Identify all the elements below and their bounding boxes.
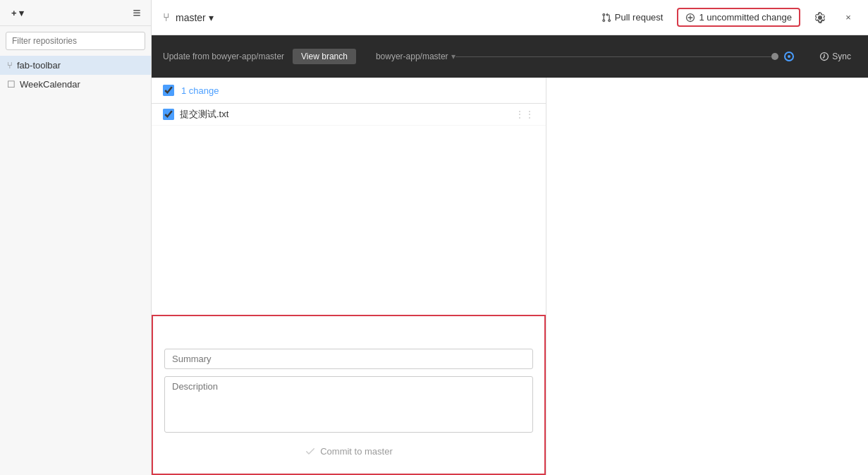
svg-rect-1 (133, 13, 140, 14)
repo-icon: ☐ (7, 79, 16, 90)
repo-item-week-calendar[interactable]: ☐ WeekCalendar (0, 75, 151, 94)
main-content: ⑂ master ▾ Pull request 1 unc (152, 0, 868, 475)
changes-list: 1 change 提交测试.txt ⋮⋮ (152, 78, 546, 475)
sidebar-collapse-button[interactable] (130, 6, 144, 20)
branch-chevron-icon: ▾ (209, 12, 214, 23)
sync-timeline: bowyer-app/master ▾ (365, 52, 805, 61)
sync-dot-right (784, 52, 794, 61)
sync-bar: Update from bowyer-app/master View branc… (152, 35, 868, 78)
repo-item-label: fab-toolbar (17, 60, 61, 71)
branch-from-label: bowyer-app/master (376, 52, 448, 61)
branch-name: master (176, 12, 206, 23)
diff-panel (546, 78, 868, 475)
sync-dot-left (771, 53, 778, 60)
change-item-checkbox[interactable] (163, 109, 174, 120)
repository-list: ⑂ fab-toolbar ☐ WeekCalendar (0, 56, 151, 475)
view-branch-button[interactable]: View branch (293, 49, 356, 64)
commit-button-label: Commit to master (320, 446, 393, 457)
branch-selector[interactable]: master ▾ (176, 12, 214, 23)
changes-header: 1 change (152, 78, 546, 104)
uncommitted-label: 1 uncommitted change (699, 12, 792, 23)
repo-item-label: WeekCalendar (20, 79, 80, 90)
select-all-checkbox[interactable] (163, 85, 174, 96)
changes-panel: 1 change 提交测试.txt ⋮⋮ (152, 78, 868, 475)
sync-button[interactable]: Sync (814, 49, 857, 64)
pull-request-label: Pull request (615, 12, 664, 23)
commit-description-input[interactable] (164, 376, 533, 433)
changes-items-list: 提交测试.txt ⋮⋮ (152, 104, 546, 315)
commit-button[interactable]: Commit to master (164, 440, 533, 462)
header-left: ⑂ master ▾ (163, 11, 214, 24)
commit-panel: Commit to master (152, 315, 546, 475)
branch-path: bowyer-app/master ▾ (376, 52, 456, 61)
sync-label: Sync (832, 52, 851, 61)
sync-line (456, 56, 772, 57)
svg-point-3 (788, 55, 790, 58)
uncommitted-change-button[interactable]: 1 uncommitted change (677, 8, 800, 27)
drag-handle-icon: ⋮⋮ (515, 109, 534, 120)
svg-rect-2 (133, 15, 140, 16)
header-actions: Pull request 1 uncommitted change × (596, 6, 857, 29)
settings-button[interactable] (809, 6, 831, 29)
update-from-text: Update from bowyer-app/master (163, 52, 284, 61)
close-button[interactable]: × (840, 9, 857, 26)
branch-icon: ⑂ (7, 60, 13, 71)
changes-count-label: 1 change (181, 85, 219, 96)
add-repo-button[interactable]: + ▾ (7, 6, 28, 20)
change-item[interactable]: 提交测试.txt ⋮⋮ (152, 104, 546, 126)
header-bar: ⑂ master ▾ Pull request 1 unc (152, 0, 868, 35)
branch-icon: ⑂ (163, 11, 170, 24)
commit-summary-input[interactable] (164, 349, 533, 369)
change-filename: 提交测试.txt (180, 108, 509, 121)
svg-rect-0 (133, 10, 140, 11)
pull-request-button[interactable]: Pull request (596, 9, 669, 25)
sidebar: + ▾ ⑂ fab-toolbar ☐ WeekCalendar (0, 0, 152, 475)
filter-repositories-input[interactable] (6, 32, 145, 50)
commit-panel-spacer (164, 327, 533, 342)
sidebar-header: + ▾ (0, 0, 151, 26)
repo-item-fab-toolbar[interactable]: ⑂ fab-toolbar (0, 56, 151, 75)
